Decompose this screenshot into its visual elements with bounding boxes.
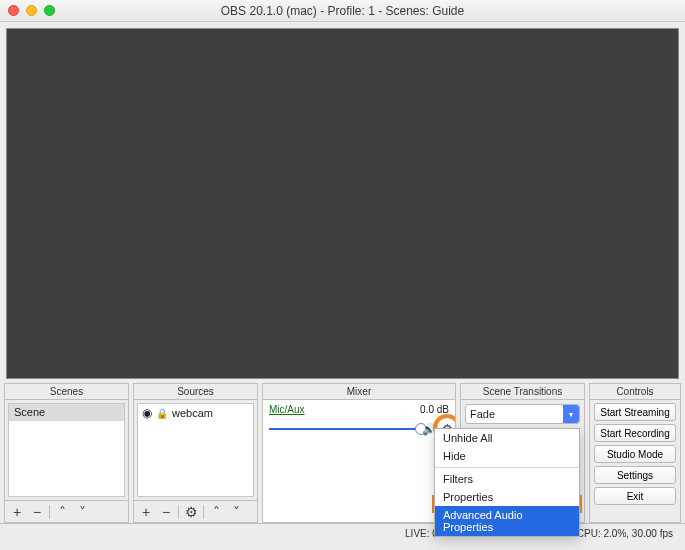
mixer-context-menu[interactable]: Unhide All Hide Filters Properties Advan… bbox=[434, 428, 580, 537]
settings-button[interactable]: Settings bbox=[594, 466, 676, 484]
sources-panel: Sources ◉ 🔒 webcam + − ⚙ ˄ ˅ bbox=[133, 383, 258, 523]
dropdown-arrow-icon: ▾ bbox=[563, 405, 579, 423]
window-close-button[interactable] bbox=[8, 5, 19, 16]
menu-advanced-audio-properties[interactable]: Advanced Audio Properties bbox=[435, 506, 579, 536]
controls-body: Start Streaming Start Recording Studio M… bbox=[590, 400, 680, 508]
slider-track bbox=[269, 428, 421, 430]
scene-up-button[interactable]: ˄ bbox=[52, 503, 72, 521]
scenes-toolbar: + − ˄ ˅ bbox=[5, 500, 128, 522]
controls-header: Controls bbox=[590, 384, 680, 400]
mixer-body: Mic/Aux 0.0 dB 🔊 ⚙ bbox=[263, 400, 455, 522]
transitions-header: Scene Transitions bbox=[461, 384, 584, 400]
remove-scene-button[interactable]: − bbox=[27, 503, 47, 521]
separator bbox=[203, 505, 204, 519]
menu-separator bbox=[435, 467, 579, 468]
visibility-icon[interactable]: ◉ bbox=[142, 406, 152, 420]
start-recording-button[interactable]: Start Recording bbox=[594, 424, 676, 442]
scene-down-button[interactable]: ˅ bbox=[72, 503, 92, 521]
source-settings-button[interactable]: ⚙ bbox=[181, 503, 201, 521]
mixer-channel-name[interactable]: Mic/Aux bbox=[269, 404, 305, 415]
source-name: webcam bbox=[172, 407, 213, 419]
panels-row: Scenes Scene + − ˄ ˅ Sources ◉ 🔒 webcam … bbox=[0, 383, 685, 523]
menu-properties[interactable]: Properties bbox=[435, 488, 579, 506]
sources-header: Sources bbox=[134, 384, 257, 400]
mixer-channel-level: 0.0 dB bbox=[420, 404, 449, 415]
scene-item[interactable]: Scene bbox=[9, 404, 124, 421]
source-up-button[interactable]: ˄ bbox=[206, 503, 226, 521]
sources-toolbar: + − ⚙ ˄ ˅ bbox=[134, 500, 257, 522]
separator bbox=[49, 505, 50, 519]
scenes-panel: Scenes Scene + − ˄ ˅ bbox=[4, 383, 129, 523]
statusbar: LIVE: 00:00:00 REC: 00:00:00 CPU: 2.0%, … bbox=[0, 523, 685, 542]
scenes-list[interactable]: Scene bbox=[8, 403, 125, 497]
scenes-header: Scenes bbox=[5, 384, 128, 400]
add-source-button[interactable]: + bbox=[136, 503, 156, 521]
titlebar: OBS 20.1.0 (mac) - Profile: 1 - Scenes: … bbox=[0, 0, 685, 22]
lock-icon[interactable]: 🔒 bbox=[156, 408, 168, 419]
menu-unhide-all[interactable]: Unhide All bbox=[435, 429, 579, 447]
studio-mode-button[interactable]: Studio Mode bbox=[594, 445, 676, 463]
source-item[interactable]: ◉ 🔒 webcam bbox=[138, 404, 253, 422]
window-minimize-button[interactable] bbox=[26, 5, 37, 16]
mixer-volume-slider[interactable]: 🔊 ⚙ bbox=[269, 421, 449, 437]
remove-source-button[interactable]: − bbox=[156, 503, 176, 521]
mixer-panel: Mixer Mic/Aux 0.0 dB 🔊 ⚙ bbox=[262, 383, 456, 523]
source-down-button[interactable]: ˅ bbox=[226, 503, 246, 521]
menu-hide[interactable]: Hide bbox=[435, 447, 579, 465]
mixer-channel: Mic/Aux 0.0 dB 🔊 ⚙ bbox=[263, 400, 455, 441]
status-cpu: CPU: 2.0%, 30.00 fps bbox=[577, 528, 673, 539]
window-title: OBS 20.1.0 (mac) - Profile: 1 - Scenes: … bbox=[0, 4, 685, 18]
separator bbox=[178, 505, 179, 519]
sources-list[interactable]: ◉ 🔒 webcam bbox=[137, 403, 254, 497]
menu-filters[interactable]: Filters bbox=[435, 470, 579, 488]
transition-selected: Fade bbox=[470, 408, 495, 420]
start-streaming-button[interactable]: Start Streaming bbox=[594, 403, 676, 421]
transition-select[interactable]: Fade ▾ bbox=[465, 404, 580, 424]
exit-button[interactable]: Exit bbox=[594, 487, 676, 505]
window-zoom-button[interactable] bbox=[44, 5, 55, 16]
add-scene-button[interactable]: + bbox=[7, 503, 27, 521]
preview-area[interactable] bbox=[6, 28, 679, 379]
controls-panel: Controls Start Streaming Start Recording… bbox=[589, 383, 681, 523]
mixer-header: Mixer bbox=[263, 384, 455, 400]
